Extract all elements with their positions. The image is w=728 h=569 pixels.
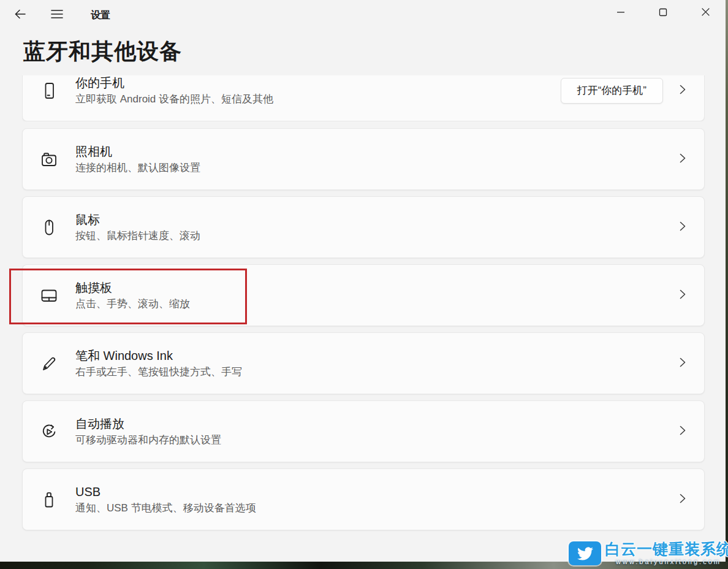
autoplay-icon xyxy=(23,422,75,441)
list-item-cameras[interactable]: 照相机 连接的相机、默认图像设置 xyxy=(22,128,705,190)
desktop-wallpaper-right-edge xyxy=(726,0,728,569)
watermark: 白云一键重装系统 www.baiyunxitong.com xyxy=(569,541,728,565)
touchpad-icon xyxy=(23,286,75,305)
list-item-your-phone-clip: 你的手机 立即获取 Android 设备的照片、短信及其他 打开“你的手机” xyxy=(22,75,705,121)
back-button[interactable] xyxy=(10,6,31,24)
hamburger-icon xyxy=(50,7,64,23)
item-subtitle: 连接的相机、默认图像设置 xyxy=(75,162,667,174)
chevron-right-icon xyxy=(678,288,688,303)
item-subtitle: 点击、手势、滚动、缩放 xyxy=(75,298,667,310)
chevron-right-icon xyxy=(678,220,688,235)
item-subtitle: 可移动驱动器和内存的默认设置 xyxy=(75,434,667,446)
chevron-right-icon xyxy=(678,424,688,439)
minimize-icon xyxy=(616,7,626,19)
chevron-right-icon xyxy=(678,356,688,371)
item-title: USB xyxy=(75,484,667,500)
phone-icon xyxy=(23,82,75,100)
page-title: 蓝牙和其他设备 xyxy=(23,37,182,67)
watermark-title: 白云一键重装系统 xyxy=(605,541,728,557)
item-subtitle: 通知、USB 节电模式、移动设备首选项 xyxy=(75,502,667,514)
item-subtitle: 立即获取 Android 设备的照片、短信及其他 xyxy=(75,93,561,105)
item-title: 自动播放 xyxy=(75,416,667,432)
open-your-phone-button[interactable]: 打开“你的手机” xyxy=(561,78,663,104)
usb-icon xyxy=(23,491,75,509)
app-title: 设置 xyxy=(91,9,110,22)
close-button[interactable] xyxy=(691,0,719,26)
item-subtitle: 右手或左手、笔按钮快捷方式、手写 xyxy=(75,366,667,378)
maximize-icon xyxy=(658,7,668,19)
titlebar: 设置 xyxy=(0,0,726,29)
minimize-button[interactable] xyxy=(607,0,635,26)
item-title: 触摸板 xyxy=(75,280,667,296)
list-item-mouse[interactable]: 鼠标 按钮、鼠标指针速度、滚动 xyxy=(22,196,705,258)
chevron-right-icon xyxy=(678,492,688,507)
close-icon xyxy=(700,7,711,19)
bird-logo-icon xyxy=(569,541,601,565)
navigation-menu-button[interactable] xyxy=(47,6,67,24)
item-subtitle: 按钮、鼠标指针速度、滚动 xyxy=(75,230,667,242)
list-item-your-phone[interactable]: 你的手机 立即获取 Android 设备的照片、短信及其他 打开“你的手机” xyxy=(22,75,705,121)
list-item-usb[interactable]: USB 通知、USB 节电模式、移动设备首选项 xyxy=(22,468,705,530)
chevron-right-icon xyxy=(678,83,688,98)
chevron-right-icon xyxy=(678,152,688,167)
camera-icon xyxy=(23,150,75,169)
maximize-button[interactable] xyxy=(649,0,677,26)
mouse-icon xyxy=(23,218,75,237)
watermark-url: www.baiyunxitong.com xyxy=(616,558,721,565)
list-item-touchpad[interactable]: 触摸板 点击、手势、滚动、缩放 xyxy=(22,264,705,326)
item-title: 照相机 xyxy=(75,144,667,159)
item-title: 笔和 Windows Ink xyxy=(75,348,667,364)
list-item-pen-windows-ink[interactable]: 笔和 Windows Ink 右手或左手、笔按钮快捷方式、手写 xyxy=(22,332,705,394)
pen-icon xyxy=(23,354,75,373)
back-arrow-icon xyxy=(13,7,28,23)
item-title: 鼠标 xyxy=(75,212,667,227)
settings-list: 你的手机 立即获取 Android 设备的照片、短信及其他 打开“你的手机” 照… xyxy=(22,75,705,537)
item-title: 你的手机 xyxy=(75,75,561,91)
list-item-autoplay[interactable]: 自动播放 可移动驱动器和内存的默认设置 xyxy=(22,400,705,462)
